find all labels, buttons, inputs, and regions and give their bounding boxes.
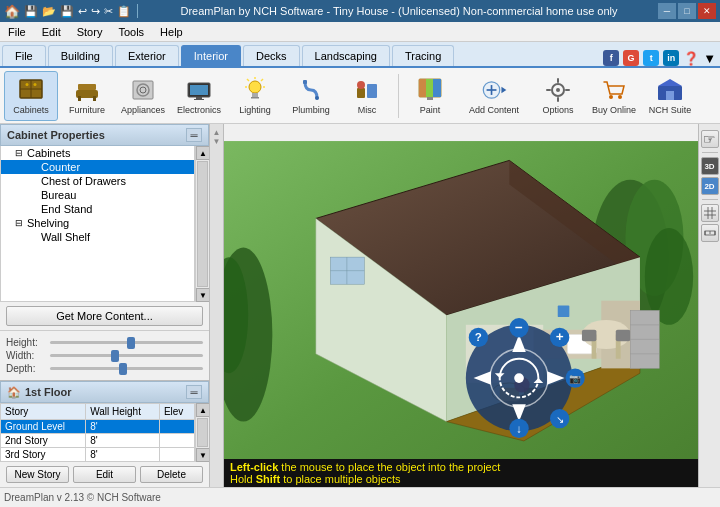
tool-lighting[interactable]: Lighting	[228, 71, 282, 121]
floor-scroll-down[interactable]: ▼	[196, 448, 209, 462]
maximize-button[interactable]: □	[678, 3, 696, 19]
social-linkedin[interactable]: in	[663, 50, 679, 66]
scroll-thumb[interactable]	[197, 161, 208, 287]
tree-chest-of-drawers[interactable]: Chest of Drawers	[1, 174, 194, 188]
menu-story[interactable]: Story	[69, 22, 111, 41]
height-thumb[interactable]	[127, 337, 135, 349]
svg-rect-18	[251, 97, 259, 99]
cabinet-props-collapse[interactable]: ═	[186, 128, 202, 142]
separator	[137, 4, 138, 18]
right-divider-2	[702, 199, 718, 200]
appliances-label: Appliances	[121, 105, 165, 115]
cursor-tool[interactable]: ☞	[701, 130, 719, 148]
tool-add-content[interactable]: Add Content	[459, 71, 529, 121]
depth-thumb[interactable]	[119, 363, 127, 375]
undo[interactable]: ↩	[78, 5, 87, 18]
redo[interactable]: ↪	[91, 5, 100, 18]
tab-building[interactable]: Building	[48, 45, 113, 66]
scroll-down-btn[interactable]: ▼	[196, 288, 209, 302]
measure-tool[interactable]	[701, 224, 719, 242]
tab-decks[interactable]: Decks	[243, 45, 300, 66]
tool-misc[interactable]: Misc	[340, 71, 394, 121]
tool-furniture[interactable]: Furniture	[60, 71, 114, 121]
floor-collapse-btn[interactable]: ═	[186, 385, 202, 399]
sliders-panel: Height: Width: Depth:	[0, 330, 209, 380]
tool-cabinets[interactable]: Cabinets	[4, 71, 58, 121]
width-label: Width:	[6, 350, 46, 361]
tab-file[interactable]: File	[2, 45, 46, 66]
svg-point-89	[514, 373, 524, 383]
social-twitter[interactable]: t	[643, 50, 659, 66]
tool-plumbing[interactable]: Plumbing	[284, 71, 338, 121]
expand-icon[interactable]: ▼	[703, 51, 716, 66]
get-more-content-button[interactable]: Get More Content...	[6, 306, 203, 326]
plumbing-label: Plumbing	[292, 105, 330, 115]
cut[interactable]: ✂	[104, 5, 113, 18]
floor-row-1[interactable]: 2nd Story 8'	[1, 434, 195, 448]
left-resize-strip[interactable]: ▲▼	[210, 124, 224, 487]
svg-rect-30	[419, 79, 426, 97]
save-file[interactable]: 💾	[60, 5, 74, 18]
floor-elev-2	[159, 448, 194, 462]
svg-rect-27	[367, 84, 377, 98]
tree-end-stand[interactable]: End Stand	[1, 202, 194, 216]
3d-view-tool[interactable]: 3D	[701, 157, 719, 175]
2d-view-tool[interactable]: 2D	[701, 177, 719, 195]
floor-scroll-thumb[interactable]	[197, 418, 208, 447]
social-facebook[interactable]: f	[603, 50, 619, 66]
nch-suite-icon	[656, 76, 684, 104]
tree-scrollbar[interactable]: ▲ ▼	[195, 146, 209, 302]
tab-interior[interactable]: Interior	[181, 45, 241, 66]
tree-scroll[interactable]: ⊟ Cabinets Counter Chest of Drawers Bure…	[0, 146, 195, 302]
height-track[interactable]	[50, 341, 203, 344]
social-google[interactable]: G	[623, 50, 639, 66]
floor-row-2[interactable]: 3rd Story 8'	[1, 448, 195, 462]
view-area[interactable]: ? − + 📷 ↘ ↓ Left-click the mouse to plac…	[224, 124, 698, 487]
floor-table: Story Wall Height Elev Ground Level 8'	[0, 403, 195, 462]
tool-options[interactable]: Options	[531, 71, 585, 121]
floor-row-0[interactable]: Ground Level 8'	[1, 420, 195, 434]
tool-paint[interactable]: Paint	[403, 71, 457, 121]
col-elev: Elev	[159, 404, 194, 420]
copy[interactable]: 📋	[117, 5, 131, 18]
tree-counter[interactable]: Counter	[1, 160, 194, 174]
width-track[interactable]	[50, 354, 203, 357]
width-thumb[interactable]	[111, 350, 119, 362]
floor-scrollbar[interactable]: ▲ ▼	[195, 403, 209, 462]
menu-file[interactable]: File	[0, 22, 34, 41]
quick-save[interactable]: 💾	[24, 5, 38, 18]
svg-text:↘: ↘	[556, 414, 564, 425]
edit-floor-button[interactable]: Edit	[73, 466, 136, 483]
tool-buy-online[interactable]: Buy Online	[587, 71, 641, 121]
menu-tools[interactable]: Tools	[110, 22, 152, 41]
tab-exterior[interactable]: Exterior	[115, 45, 179, 66]
depth-track[interactable]	[50, 367, 203, 370]
tab-tracing[interactable]: Tracing	[392, 45, 454, 66]
minimize-button[interactable]: ─	[658, 3, 676, 19]
add-content-label: Add Content	[469, 105, 519, 115]
open-file[interactable]: 📂	[42, 5, 56, 18]
floor-scroll-up[interactable]: ▲	[196, 403, 209, 417]
menu-edit[interactable]: Edit	[34, 22, 69, 41]
delete-floor-button[interactable]: Delete	[140, 466, 203, 483]
paint-label: Paint	[420, 105, 441, 115]
tree-shelving[interactable]: ⊟ Shelving	[1, 216, 194, 230]
col-wall-height: Wall Height	[86, 404, 160, 420]
left-panel: Cabinet Properties ═ ⊟ Cabinets Counter	[0, 124, 210, 487]
svg-rect-42	[546, 89, 551, 91]
tool-electronics[interactable]: Electronics	[172, 71, 226, 121]
tree-bureau[interactable]: Bureau	[1, 188, 194, 202]
help-icon[interactable]: ❓	[683, 51, 699, 66]
tool-appliances[interactable]: Appliances	[116, 71, 170, 121]
grid-tool[interactable]	[701, 204, 719, 222]
version-text: DreamPlan v 2.13 © NCH Software	[4, 492, 161, 503]
new-story-button[interactable]: New Story	[6, 466, 69, 483]
tree-wall-shelf[interactable]: Wall Shelf	[1, 230, 194, 244]
svg-rect-43	[565, 89, 570, 91]
menu-help[interactable]: Help	[152, 22, 191, 41]
tool-nch-suite[interactable]: NCH Suite	[643, 71, 697, 121]
tree-cabinets[interactable]: ⊟ Cabinets	[1, 146, 194, 160]
scroll-up-btn[interactable]: ▲	[196, 146, 209, 160]
close-button[interactable]: ✕	[698, 3, 716, 19]
tab-landscaping[interactable]: Landscaping	[302, 45, 390, 66]
